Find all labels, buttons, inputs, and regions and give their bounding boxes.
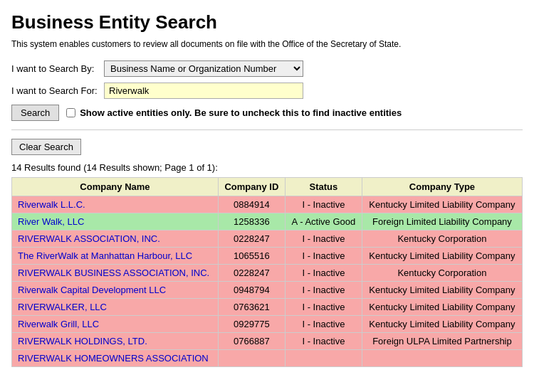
cell-company-type: Kentucky Corporation <box>362 265 522 282</box>
cell-company-name[interactable]: Riverwalk Capital Development LLC <box>12 282 219 299</box>
cell-status <box>285 350 362 367</box>
cell-company-id: 0929775 <box>218 316 285 333</box>
cell-company-name[interactable]: RIVERWALK BUSINESS ASSOCIATION, INC. <box>12 265 219 282</box>
cell-company-id: 0228247 <box>218 265 285 282</box>
results-table: Company Name Company ID Status Company T… <box>11 177 523 367</box>
clear-search-button[interactable]: Clear Search <box>11 139 81 155</box>
cell-company-name[interactable]: Riverwalk Grill, LLC <box>12 316 219 333</box>
page-subtitle: This system enables customers to review … <box>11 39 523 49</box>
col-company-name: Company Name <box>12 178 219 196</box>
cell-status: I - Inactive <box>285 333 362 350</box>
table-row: RIVERWALK ASSOCIATION, INC.0228247I - In… <box>12 231 523 248</box>
table-row: The RiverWalk at Manhattan Harbour, LLC1… <box>12 248 523 265</box>
cell-company-id: 1258336 <box>218 213 285 231</box>
table-row: RIVERWALK HOLDINGS, LTD.0766887I - Inact… <box>12 333 523 350</box>
cell-company-type: Kentucky Limited Liability Company <box>362 316 522 333</box>
search-for-label: I want to Search For: <box>11 85 104 96</box>
search-button[interactable]: Search <box>11 105 59 121</box>
table-header-row: Company Name Company ID Status Company T… <box>12 178 523 196</box>
table-row: Riverwalk Capital Development LLC0948794… <box>12 282 523 299</box>
cell-company-name[interactable]: RIVERWALKER, LLC <box>12 299 219 316</box>
cell-status: I - Inactive <box>285 299 362 316</box>
page-title: Business Entity Search <box>11 11 523 33</box>
cell-company-type <box>362 350 522 367</box>
cell-status: I - Inactive <box>285 196 362 213</box>
cell-company-id: 0884914 <box>218 196 285 213</box>
table-row: RIVERWALK BUSINESS ASSOCIATION, INC.0228… <box>12 265 523 282</box>
cell-company-type: Kentucky Corporation <box>362 231 522 248</box>
cell-status: I - Inactive <box>285 248 362 265</box>
search-by-label: I want to Search By: <box>11 63 104 74</box>
cell-status: I - Inactive <box>285 231 362 248</box>
table-row: RIVERWALKER, LLC0763621I - InactiveKentu… <box>12 299 523 316</box>
cell-company-name[interactable]: RIVERWALK HOLDINGS, LTD. <box>12 333 219 350</box>
cell-company-name[interactable]: RIVERWALK ASSOCIATION, INC. <box>12 231 219 248</box>
search-for-input[interactable] <box>104 83 303 99</box>
cell-company-type: Kentucky Limited Liability Company <box>362 282 522 299</box>
cell-company-name[interactable]: River Walk, LLC <box>12 213 219 231</box>
cell-company-name[interactable]: RIVERWALK HOMEOWNERS ASSOCIATION <box>12 350 219 367</box>
table-row: River Walk, LLC1258336A - Active GoodFor… <box>12 213 523 231</box>
cell-status: A - Active Good <box>285 213 362 231</box>
cell-company-id: 0228247 <box>218 231 285 248</box>
cell-company-id: 0763621 <box>218 299 285 316</box>
cell-company-type: Kentucky Limited Liability Company <box>362 196 522 213</box>
col-company-type: Company Type <box>362 178 522 196</box>
cell-status: I - Inactive <box>285 265 362 282</box>
cell-status: I - Inactive <box>285 316 362 333</box>
table-row: Riverwalk Grill, LLC0929775I - InactiveK… <box>12 316 523 333</box>
cell-company-id: 1065516 <box>218 248 285 265</box>
cell-company-name[interactable]: Riverwalk L.L.C. <box>12 196 219 213</box>
cell-status: I - Inactive <box>285 282 362 299</box>
cell-company-id: 0948794 <box>218 282 285 299</box>
results-summary: 14 Results found (14 Results shown; Page… <box>11 162 523 173</box>
cell-company-name[interactable]: The RiverWalk at Manhattan Harbour, LLC <box>12 248 219 265</box>
table-row: RIVERWALK HOMEOWNERS ASSOCIATION <box>12 350 523 367</box>
active-only-checkbox[interactable] <box>66 108 75 117</box>
search-by-select[interactable]: Business Name or Organization Number Bus… <box>104 60 303 77</box>
cell-company-type: Foreign ULPA Limited Partnership <box>362 333 522 350</box>
divider <box>11 129 523 130</box>
active-only-label[interactable]: Show active entities only. Be sure to un… <box>66 107 402 118</box>
cell-company-type: Kentucky Limited Liability Company <box>362 299 522 316</box>
cell-company-id: 0766887 <box>218 333 285 350</box>
cell-company-type: Kentucky Limited Liability Company <box>362 248 522 265</box>
col-company-id: Company ID <box>218 178 285 196</box>
cell-company-type: Foreign Limited Liability Company <box>362 213 522 231</box>
col-status: Status <box>285 178 362 196</box>
table-row: Riverwalk L.L.C.0884914I - InactiveKentu… <box>12 196 523 213</box>
cell-company-id <box>218 350 285 367</box>
